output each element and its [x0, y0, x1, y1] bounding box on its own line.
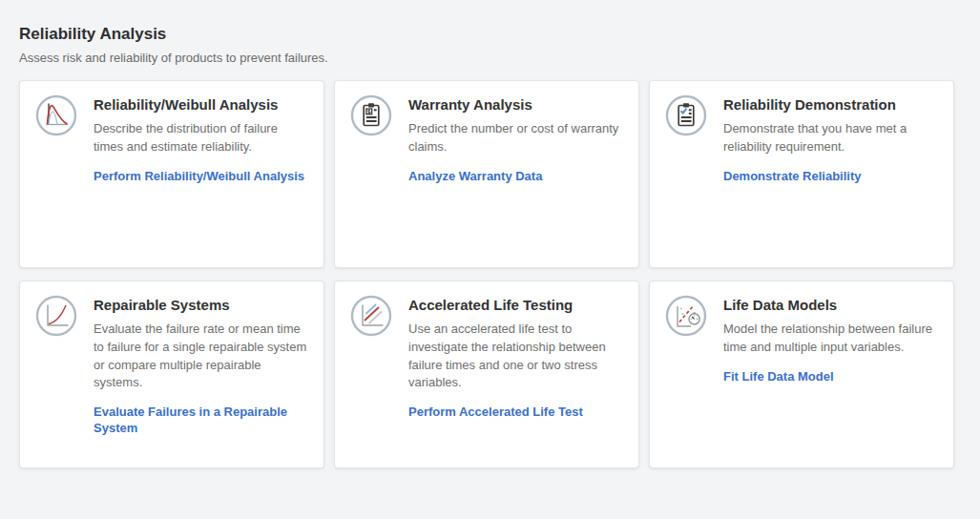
card-life-data-models: Life Data Models Model the relationship …	[649, 280, 954, 468]
card-description: Evaluate the failure rate or mean time t…	[94, 321, 308, 392]
demonstrate-reliability-link[interactable]: Demonstrate Reliability	[723, 169, 862, 185]
page-subtitle: Assess risk and reliability of products …	[19, 51, 961, 67]
card-title: Warranty Analysis	[408, 96, 623, 114]
card-description: Model the relationship between failure t…	[723, 321, 938, 357]
card-description: Predict the number or cost of warranty c…	[408, 120, 623, 156]
card-description: Use an accelerated life test to investig…	[408, 321, 623, 392]
clipboard-dollar-icon: $	[350, 94, 392, 136]
card-title: Accelerated Life Testing	[408, 297, 623, 315]
card-title: Reliability Demonstration	[723, 96, 938, 114]
card-description: Demonstrate that you have met a reliabil…	[723, 120, 938, 156]
card-accelerated-life-testing: Accelerated Life Testing Use an accelera…	[334, 280, 639, 468]
weibull-distribution-icon	[35, 94, 77, 136]
perform-accelerated-life-test-link[interactable]: Perform Accelerated Life Test	[408, 405, 583, 421]
increasing-failure-curve-icon	[35, 295, 77, 337]
reliability-analysis-page: Reliability Analysis Assess risk and rel…	[0, 0, 980, 468]
page-title: Reliability Analysis	[19, 24, 961, 44]
analysis-cards-grid: Reliability/Weibull Analysis Describe th…	[19, 80, 961, 468]
evaluate-failures-repairable-system-link[interactable]: Evaluate Failures in a Repairable System	[94, 405, 308, 437]
card-title: Repairable Systems	[94, 297, 308, 315]
card-title: Reliability/Weibull Analysis	[94, 96, 308, 114]
clipboard-check-icon	[665, 94, 707, 136]
card-repairable-systems: Repairable Systems Evaluate the failure …	[19, 280, 324, 468]
parallel-regression-lines-icon	[350, 295, 392, 337]
analyze-warranty-data-link[interactable]: Analyze Warranty Data	[408, 169, 542, 185]
fit-life-data-model-link[interactable]: Fit Life Data Model	[723, 369, 834, 385]
card-title: Life Data Models	[723, 297, 938, 315]
card-reliability-weibull-analysis: Reliability/Weibull Analysis Describe th…	[19, 80, 324, 268]
card-warranty-analysis: $ Warranty Analysis Predict the number o…	[334, 80, 639, 268]
card-reliability-demonstration: Reliability Demonstration Demonstrate th…	[649, 80, 954, 268]
regression-gauge-icon	[665, 295, 707, 337]
perform-reliability-weibull-analysis-link[interactable]: Perform Reliability/Weibull Analysis	[94, 169, 304, 185]
card-description: Describe the distribution of failure tim…	[94, 120, 308, 156]
svg-text:$: $	[367, 109, 371, 114]
